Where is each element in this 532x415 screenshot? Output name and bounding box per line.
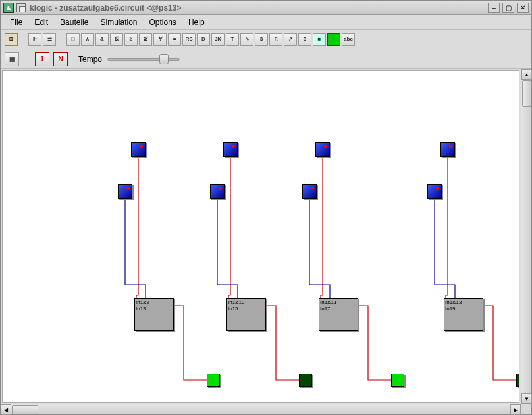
subcircuit-3[interactable]: In1&13In19: [444, 298, 483, 331]
switch-top-1[interactable]: [223, 142, 238, 157]
switch-top-2[interactable]: [315, 142, 330, 157]
subcircuit-0[interactable]: In1&9In13: [134, 298, 174, 331]
titlebar[interactable]: & klogic - zusatzaufgabe6.circuit <@ps13…: [1, 1, 531, 15]
toolbar-secondary: ▦ 1 N Tempo: [1, 49, 531, 69]
tool-19[interactable]: 8: [298, 33, 311, 46]
toolbar-main: ⯐⊩☰□⊼&&̅≥≥̅⅟=RSDJKT∿3⎍↗8■⊹abc: [1, 30, 531, 49]
switch-bot-0[interactable]: [118, 184, 132, 199]
sizegrip[interactable]: [521, 404, 531, 414]
tool-12[interactable]: D: [197, 33, 210, 46]
tool-10[interactable]: =: [168, 33, 181, 46]
wire-layer: [3, 71, 519, 403]
vscroll-thumb[interactable]: [522, 80, 531, 107]
horizontal-scrollbar[interactable]: ◀ ▶: [1, 404, 521, 414]
tool-2[interactable]: ☰: [43, 33, 56, 46]
scroll-right-button[interactable]: ▶: [510, 404, 521, 415]
led-2[interactable]: [391, 374, 404, 387]
window-title: klogic - zusatzaufgabe6.circuit <@ps13>: [30, 3, 485, 12]
workarea: In1&9In13In1&10In15In1&11In17In1&13In19 …: [1, 69, 531, 404]
tool-11[interactable]: RS: [182, 33, 196, 46]
slider-thumb[interactable]: [159, 54, 169, 64]
tempo-control: Tempo: [78, 55, 180, 64]
menu-edit[interactable]: Edit: [29, 16, 53, 28]
menubar: File Edit Bauteile Simulation Options He…: [1, 15, 531, 30]
tool-1[interactable]: ⊩: [28, 33, 41, 46]
graph-button[interactable]: ▦: [5, 52, 19, 66]
maximize-button[interactable]: ▢: [502, 3, 514, 13]
tool-15[interactable]: ∿: [240, 33, 253, 46]
menu-help[interactable]: Help: [183, 16, 210, 28]
tool-14[interactable]: T: [226, 33, 239, 46]
switch-top-0[interactable]: [131, 142, 146, 157]
app-icon: &: [3, 3, 14, 13]
led-0[interactable]: [207, 374, 220, 387]
menu-simulation[interactable]: Simulation: [95, 16, 142, 28]
subcircuit-2[interactable]: In1&11In17: [319, 298, 358, 331]
tool-13[interactable]: JK: [211, 33, 225, 46]
tool-16[interactable]: 3: [255, 33, 268, 46]
tempo-label: Tempo: [78, 55, 102, 64]
canvas-viewport: In1&9In13In1&10In15In1&11In17In1&13In19: [2, 70, 519, 403]
tool-18[interactable]: ↗: [284, 33, 297, 46]
tool-20[interactable]: ■: [313, 33, 326, 46]
switch-bot-1[interactable]: [210, 184, 225, 199]
tool-5[interactable]: &: [95, 33, 109, 46]
tool-22[interactable]: abc: [342, 33, 355, 46]
menu-options[interactable]: Options: [144, 16, 182, 28]
scroll-up-button[interactable]: ▲: [521, 69, 532, 80]
menu-bauteile[interactable]: Bauteile: [55, 16, 93, 28]
app-window: & klogic - zusatzaufgabe6.circuit <@ps13…: [0, 0, 532, 415]
hscroll-thumb[interactable]: [12, 405, 38, 414]
close-button[interactable]: ✕: [517, 3, 529, 13]
tool-8[interactable]: ≥̅: [139, 33, 152, 46]
switch-bot-2[interactable]: [302, 184, 317, 199]
switch-bot-3[interactable]: [427, 184, 442, 199]
vertical-scrollbar[interactable]: ▲ ▼: [521, 69, 531, 404]
tool-4[interactable]: ⊼: [81, 33, 94, 46]
led-1[interactable]: [299, 374, 312, 387]
tempo-slider[interactable]: [107, 58, 180, 61]
menu-file[interactable]: File: [5, 16, 28, 28]
one-button[interactable]: 1: [35, 52, 49, 66]
led-3[interactable]: [516, 374, 519, 387]
tool-6[interactable]: &̅: [110, 33, 123, 46]
restore-icon[interactable]: [16, 3, 26, 12]
tool-17[interactable]: ⎍: [269, 33, 282, 46]
bottom-bar: ◀ ▶: [1, 404, 531, 414]
subcircuit-1[interactable]: In1&10In15: [226, 298, 266, 331]
n-button[interactable]: N: [53, 52, 68, 66]
scroll-left-button[interactable]: ◀: [1, 404, 11, 415]
tool-21[interactable]: ⊹: [327, 33, 340, 46]
minimize-button[interactable]: –: [488, 3, 500, 13]
tool-3[interactable]: □: [66, 33, 80, 46]
tool-9[interactable]: ⅟: [153, 33, 167, 46]
scroll-down-button[interactable]: ▼: [521, 393, 532, 404]
switch-top-3[interactable]: [440, 142, 455, 157]
tool-7[interactable]: ≥: [124, 33, 138, 46]
circuit-canvas[interactable]: In1&9In13In1&10In15In1&11In17In1&13In19: [3, 71, 519, 403]
tool-0[interactable]: ⯐: [5, 33, 18, 46]
